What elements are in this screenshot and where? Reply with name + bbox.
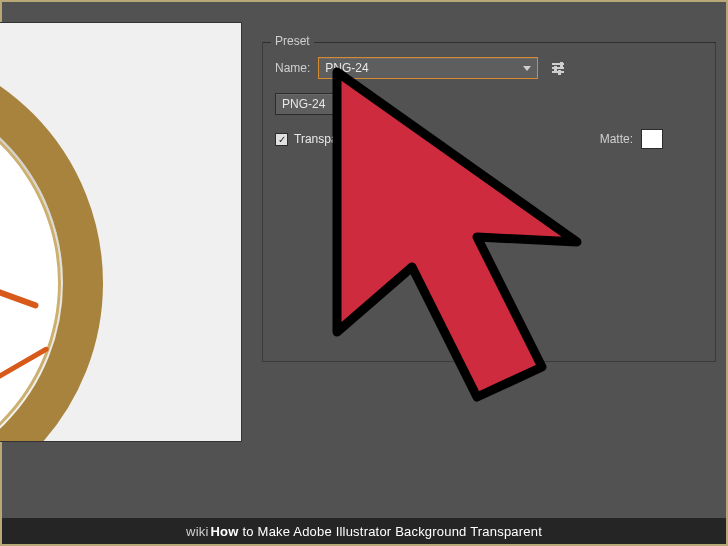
transparency-checkbox[interactable]: ✓ Transparency bbox=[275, 132, 367, 146]
watermark-how: How bbox=[211, 524, 239, 539]
transparency-label: Transparency bbox=[294, 132, 367, 146]
watermark-prefix: wiki bbox=[186, 524, 208, 539]
format-value: PNG-24 bbox=[282, 97, 325, 111]
watermark-text: to Make Adobe Illustrator Background Tra… bbox=[243, 524, 542, 539]
preset-name-value: PNG-24 bbox=[325, 61, 368, 75]
artwork-preview bbox=[2, 22, 252, 452]
clock-artwork bbox=[0, 43, 103, 442]
chevron-down-icon bbox=[352, 102, 360, 107]
chevron-down-icon bbox=[523, 66, 531, 71]
watermark: wikiHow to Make Adobe Illustrator Backgr… bbox=[2, 518, 726, 544]
preset-group-label: Preset bbox=[271, 34, 314, 48]
matte-label: Matte: bbox=[600, 132, 633, 146]
settings-panel: Preset Name: PNG-24 PNG-24 ✓ bbox=[262, 42, 716, 534]
preset-name-dropdown[interactable]: PNG-24 bbox=[318, 57, 538, 79]
preset-group: Preset Name: PNG-24 PNG-24 ✓ bbox=[262, 42, 716, 362]
preset-options-icon[interactable] bbox=[552, 63, 564, 73]
format-dropdown[interactable]: PNG-24 bbox=[275, 93, 367, 115]
canvas bbox=[0, 22, 242, 442]
matte-swatch[interactable] bbox=[641, 129, 663, 149]
name-label: Name: bbox=[275, 61, 310, 75]
app-window: Preset Name: PNG-24 PNG-24 ✓ bbox=[0, 0, 728, 546]
check-icon: ✓ bbox=[275, 133, 288, 146]
